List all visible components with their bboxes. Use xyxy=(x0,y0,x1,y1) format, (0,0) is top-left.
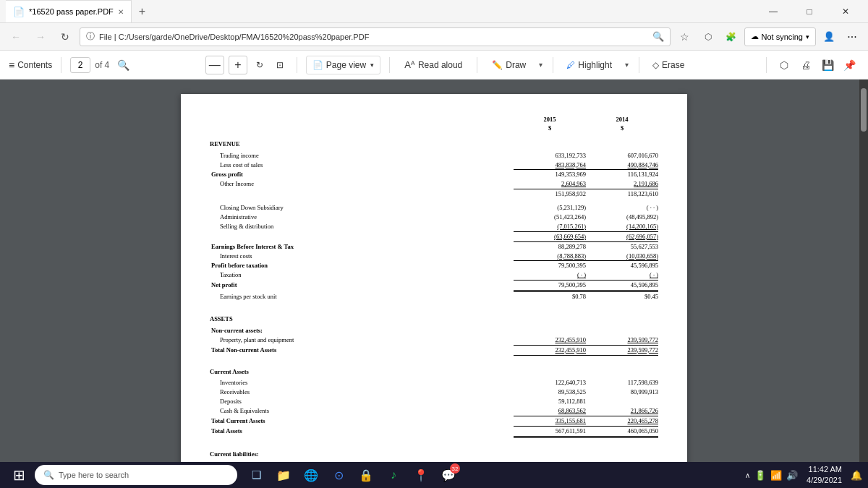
search-pdf-button[interactable]: 🔍 xyxy=(114,56,132,74)
tab-close-icon[interactable]: ✕ xyxy=(118,8,124,16)
start-button[interactable]: ⊞ xyxy=(6,463,32,487)
table-row: Profit before taxation 79,500,395 45,596… xyxy=(210,262,658,270)
draw-label: Draw xyxy=(506,60,526,70)
highlight-label: Highlight xyxy=(578,60,612,70)
pdf-toolbar: ≡ Contents of 4 🔍 — + ↻ ⊡ 📄 Page view ▾ … xyxy=(0,51,868,80)
taskbar-icons: ❑ 📁 🌐 ⊙ 🔒 ♪ 📍 💬 32 xyxy=(243,462,461,488)
highlight-icon: 🖊 xyxy=(566,60,575,70)
profile-button[interactable]: 👤 xyxy=(819,27,839,47)
close-button[interactable]: ✕ xyxy=(829,0,862,23)
save-button[interactable]: 💾 xyxy=(817,56,838,74)
separator-6 xyxy=(639,57,639,73)
refresh-button[interactable]: ↻ xyxy=(55,27,75,47)
volume-icon[interactable]: 🔊 xyxy=(786,470,798,481)
zoom-in-button[interactable]: + xyxy=(229,56,247,74)
read-aloud-label: Read aloud xyxy=(418,60,462,70)
more-options-button[interactable]: ··· xyxy=(842,27,862,47)
system-clock[interactable]: 11:42 AM 4/29/2021 xyxy=(801,464,848,487)
table-row: Earnings per stock unit $0.78 $0.45 xyxy=(210,293,658,301)
table-row: Inventories 122,640,713 117,598,639 xyxy=(210,379,658,388)
total-pages: of 4 xyxy=(95,60,109,70)
address-search-icon: 🔍 xyxy=(652,31,664,42)
rotate-button[interactable]: ↻ xyxy=(252,56,268,74)
taskbar-search-icon: 🔍 xyxy=(43,470,54,480)
year-2015-header: 2015 $ xyxy=(514,116,586,133)
table-row: Interest costs (8,788,883) (10,030,658) xyxy=(210,252,658,262)
pdf-page: 2015 $ 2014 $ REVENUE Trading income 633… xyxy=(181,94,687,462)
clock-time: 11:42 AM xyxy=(807,464,842,475)
table-row: Gross profit 149,353,969 116,131,924 xyxy=(210,171,658,179)
not-syncing-cloud-icon: ☁ xyxy=(751,32,759,41)
pin-button[interactable]: 📌 xyxy=(839,56,859,74)
read-aloud-button[interactable]: Aᴬ Read aloud xyxy=(399,56,468,74)
erase-icon: ◇ xyxy=(652,60,659,70)
taskbar-search-placeholder: Type here to search xyxy=(59,471,129,479)
page-number-input[interactable] xyxy=(70,57,90,73)
table-row: Property, plant and equipment 232,455,91… xyxy=(210,336,658,346)
table-row: Deposits 59,112,881 xyxy=(210,398,658,406)
table-row: Closing Down Subsidiary (5,231,129) ( · … xyxy=(210,204,658,213)
highlight-dropdown-button[interactable]: ▾ xyxy=(622,56,631,74)
contents-icon: ≡ xyxy=(9,59,14,71)
table-row: Total Assets 567,611,591 460,065,050 xyxy=(210,427,658,438)
not-syncing-button[interactable]: ☁ Not syncing ▾ xyxy=(744,27,816,46)
assets-title: ASSETS xyxy=(210,315,658,324)
notification-button[interactable]: 🔔 xyxy=(851,470,862,481)
column-headers: 2015 $ 2014 $ xyxy=(210,116,658,133)
address-input[interactable]: ⓘ File | C:/Users/garde/OneDrive/Desktop… xyxy=(80,27,671,46)
table-row: Net profit 79,500,395 45,596,895 xyxy=(210,281,658,292)
print-button[interactable]: 🖨 xyxy=(796,56,816,74)
pdf-toolbar-center: — + ↻ ⊡ 📄 Page view ▾ Aᴬ Read aloud ✏️ D… xyxy=(137,56,759,74)
pdf-main-area: 2015 $ 2014 $ REVENUE Trading income 633… xyxy=(0,80,868,462)
discord-button[interactable]: 💬 32 xyxy=(435,462,461,488)
fit-button[interactable]: ⊡ xyxy=(272,56,288,74)
pdf-toolbar-left: ≡ Contents of 4 🔍 xyxy=(9,56,132,74)
window-controls: — □ ✕ xyxy=(757,0,862,23)
toolbar-right: ☆ ⬡ 🧩 ☁ Not syncing ▾ 👤 ··· xyxy=(675,27,862,47)
share-button[interactable]: ⬡ xyxy=(774,56,794,74)
table-row: Trading income 633,192,733 607,016,670 xyxy=(210,152,658,160)
contents-button[interactable]: ≡ Contents xyxy=(9,59,52,71)
chrome-button[interactable]: ⊙ xyxy=(326,462,352,488)
taskbar-search-box[interactable]: 🔍 Type here to search xyxy=(35,465,237,485)
address-text: File | C:/Users/garde/OneDrive/Desktop/F… xyxy=(99,33,369,41)
new-tab-button[interactable]: + xyxy=(132,5,153,18)
chevron-up-icon[interactable]: ∧ xyxy=(745,471,750,479)
forward-button[interactable]: → xyxy=(30,27,51,47)
file-explorer-button[interactable]: 📁 xyxy=(271,462,297,488)
favorites-button[interactable]: ☆ xyxy=(675,27,695,47)
vpn-button[interactable]: 🔒 xyxy=(353,462,379,488)
erase-label: Erase xyxy=(662,60,684,70)
draw-button[interactable]: ✏️ Draw xyxy=(486,56,532,74)
spotify-button[interactable]: ♪ xyxy=(380,462,407,488)
address-bar: ← → ↻ ⓘ File | C:/Users/garde/OneDrive/D… xyxy=(0,23,868,51)
draw-icon: ✏️ xyxy=(492,60,503,70)
highlight-button[interactable]: 🖊 Highlight xyxy=(561,56,618,74)
table-row: Earnings Before Interest & Tax 88,289,27… xyxy=(210,243,658,252)
active-tab[interactable]: 📄 *16520 pass paper.PDF ✕ xyxy=(6,0,132,22)
collections-button[interactable]: ⬡ xyxy=(698,27,718,47)
back-button[interactable]: ← xyxy=(6,27,26,47)
scroll-thumb[interactable] xyxy=(861,88,867,132)
draw-dropdown-button[interactable]: ▾ xyxy=(536,56,545,74)
tab-bar: 📄 *16520 pass paper.PDF ✕ + xyxy=(6,0,757,22)
page-view-button[interactable]: 📄 Page view ▾ xyxy=(306,56,380,74)
table-row: Other Income 2,604,963 2,191,686 xyxy=(210,180,658,189)
separator-2 xyxy=(297,57,297,73)
maximize-button[interactable]: □ xyxy=(793,0,826,23)
minimize-button[interactable]: — xyxy=(757,0,790,23)
zoom-out-button[interactable]: — xyxy=(205,56,224,74)
tab-title: *16520 pass paper.PDF xyxy=(29,7,114,16)
battery-icon: 🔋 xyxy=(754,470,766,481)
scroll-bar[interactable] xyxy=(859,80,868,462)
maps-button[interactable]: 📍 xyxy=(408,462,434,488)
extensions-button[interactable]: 🧩 xyxy=(721,27,741,47)
separator-4 xyxy=(477,57,477,73)
system-tray: ∧ 🔋 📶 🔊 11:42 AM 4/29/2021 🔔 xyxy=(745,464,862,487)
current-liabilities-title: Current liabilities: xyxy=(210,450,658,459)
table-row: (63,669,654) (62,696,057) xyxy=(210,233,658,242)
erase-button[interactable]: ◇ Erase xyxy=(647,56,690,74)
network-icon: 📶 xyxy=(770,470,782,481)
task-view-button[interactable]: ❑ xyxy=(243,462,269,488)
edge-button[interactable]: 🌐 xyxy=(298,462,324,488)
